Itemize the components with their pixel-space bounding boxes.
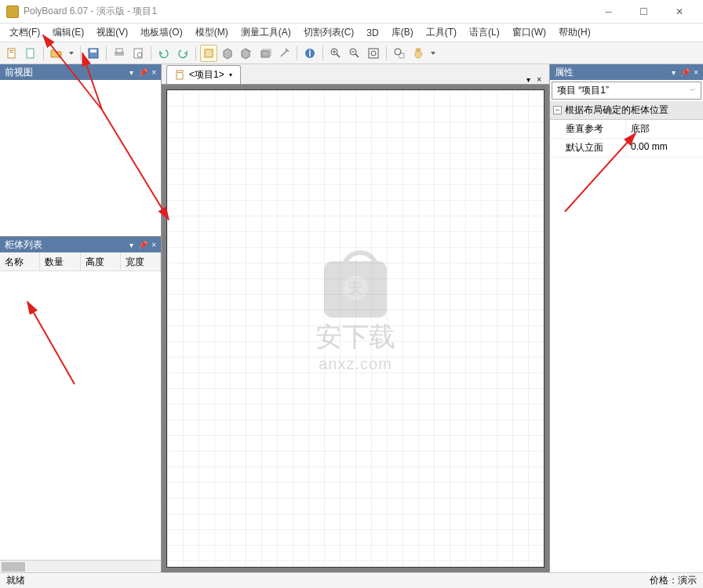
svg-rect-1 [9, 50, 13, 51]
tb-new2[interactable] [22, 45, 39, 62]
new-icon [24, 47, 37, 60]
property-value[interactable]: 0.00 mm [625, 139, 703, 157]
tb-obj5[interactable] [275, 45, 293, 62]
tb-pan[interactable] [410, 45, 427, 62]
undo-icon [158, 47, 170, 60]
open-icon [50, 47, 63, 60]
property-row[interactable]: 默认立面 0.00 mm [550, 139, 703, 158]
group-title: 根据布局确定的柜体位置 [565, 103, 668, 117]
tb-undo[interactable] [155, 45, 173, 62]
menu-window[interactable]: 窗口(W) [506, 24, 552, 42]
app-icon [6, 5, 19, 18]
box-icon [240, 47, 253, 60]
property-row[interactable]: 垂直参考 底部 [550, 120, 703, 139]
tb-info[interactable]: i [301, 45, 319, 62]
tb-zoomout[interactable] [346, 45, 363, 62]
menu-3d[interactable]: 3D [360, 25, 384, 41]
svg-rect-3 [27, 49, 34, 58]
status-bar: 就绪 价格：演示 [0, 572, 703, 588]
properties-panel: 属性 ▾ 📌 × 项目 “项目1” ﹀ − 根据布局确定的柜体位置 垂直参考 底… [549, 64, 703, 572]
menu-library[interactable]: 库(B) [385, 24, 420, 42]
canvas-viewport[interactable]: 安 安下载 anxz.com [162, 85, 549, 572]
tb-obj3[interactable] [238, 45, 255, 62]
toolbar-separator [106, 46, 107, 60]
collapse-toggle-icon[interactable]: − [553, 106, 562, 114]
svg-rect-22 [369, 49, 378, 58]
box-icon [259, 47, 271, 60]
menu-model[interactable]: 模型(M) [189, 24, 235, 42]
chevron-down-icon[interactable]: ▾ [229, 71, 232, 78]
maximize-button[interactable]: ☐ [626, 1, 661, 23]
menu-measure[interactable]: 测量工具(A) [235, 24, 297, 42]
tb-obj2[interactable] [219, 45, 236, 62]
tb-preview[interactable] [129, 45, 147, 62]
minimize-button[interactable]: ─ [591, 1, 626, 23]
property-name: 垂直参考 [550, 120, 625, 138]
document-tab-active[interactable]: <项目1> ▾ [166, 65, 241, 84]
panel-header-cabinet-list[interactable]: 柜体列表 ▾ 📌 × [0, 237, 161, 252]
tb-save[interactable] [85, 45, 102, 62]
zoom-in-icon [330, 47, 342, 60]
panel-controls[interactable]: ▾ 📌 × [129, 241, 156, 249]
status-ready: 就绪 [6, 574, 650, 587]
col-height[interactable]: 高度 [81, 252, 121, 270]
new-icon [5, 47, 18, 60]
property-group-header[interactable]: − 根据布局确定的柜体位置 [550, 101, 703, 120]
tb-open-dropdown[interactable] [67, 45, 76, 62]
menu-file[interactable]: 文档(F) [3, 24, 46, 42]
svg-rect-27 [177, 72, 182, 73]
tb-redo[interactable] [174, 45, 191, 62]
menu-edit[interactable]: 编辑(E) [46, 24, 90, 42]
tb-zoomregion[interactable] [391, 45, 408, 62]
svg-rect-28 [167, 90, 544, 567]
scroll-thumb[interactable] [2, 562, 25, 572]
close-button[interactable]: ✕ [661, 1, 697, 23]
menu-bar: 文档(F) 编辑(E) 视图(V) 地板墙(O) 模型(M) 测量工具(A) 切… [0, 24, 703, 42]
svg-rect-5 [90, 49, 97, 53]
tb-print[interactable] [111, 45, 128, 62]
canvas-page[interactable]: 安 安下载 anxz.com [166, 89, 545, 568]
tb-pan-dropdown[interactable] [428, 45, 438, 62]
menu-view[interactable]: 视图(V) [90, 24, 134, 42]
front-view-panel: 前视图 ▾ 📌 × [0, 64, 161, 237]
menu-floor[interactable]: 地板墙(O) [134, 24, 188, 42]
panel-controls[interactable]: ▾ 📌 × [672, 68, 698, 77]
menu-language[interactable]: 语言(L) [463, 24, 506, 42]
menu-help[interactable]: 帮助(H) [552, 24, 597, 42]
property-value[interactable]: 底部 [625, 120, 703, 138]
svg-line-16 [337, 54, 340, 57]
cabinet-list-body[interactable] [0, 271, 161, 560]
tb-zoomin[interactable] [327, 45, 344, 62]
toolbar-separator [195, 46, 196, 60]
status-price: 价格：演示 [650, 574, 697, 587]
tb-obj1[interactable] [200, 45, 217, 62]
col-qty[interactable]: 数量 [40, 252, 80, 270]
pan-icon [412, 47, 424, 60]
cabinet-list-panel: 柜体列表 ▾ 📌 × 名称 数量 高度 宽度 [0, 237, 161, 572]
selector-text: 项目 “项目1” [557, 84, 609, 97]
svg-line-20 [355, 54, 359, 57]
property-object-selector[interactable]: 项目 “项目1” ﹀ [552, 82, 701, 100]
tb-obj4[interactable] [257, 45, 274, 62]
horizontal-scrollbar[interactable] [0, 560, 161, 572]
chevron-down-icon [68, 50, 75, 56]
redo-icon [177, 47, 189, 60]
col-name[interactable]: 名称 [0, 252, 40, 270]
info-icon: i [304, 47, 316, 60]
tb-zoomfit[interactable] [365, 45, 382, 62]
menu-cutlist[interactable]: 切割列表(C) [297, 24, 361, 42]
tool-icon [278, 47, 290, 60]
front-view-body[interactable] [0, 80, 161, 236]
svg-text:i: i [308, 48, 311, 59]
menu-tools[interactable]: 工具(T) [420, 24, 463, 42]
svg-rect-2 [9, 52, 13, 53]
tab-bar-controls[interactable]: ▾ × [526, 75, 545, 84]
tb-open[interactable] [48, 45, 65, 62]
left-column: 前视图 ▾ 📌 × 柜体列表 ▾ 📌 × 名称 数量 高度 宽度 [0, 64, 162, 572]
col-width[interactable]: 宽度 [121, 252, 161, 270]
panel-header-front-view[interactable]: 前视图 ▾ 📌 × [0, 64, 161, 80]
panel-controls[interactable]: ▾ 📌 × [129, 68, 156, 77]
panel-header-properties[interactable]: 属性 ▾ 📌 × [550, 64, 703, 80]
svg-point-24 [395, 49, 401, 55]
tb-new[interactable] [3, 45, 20, 62]
